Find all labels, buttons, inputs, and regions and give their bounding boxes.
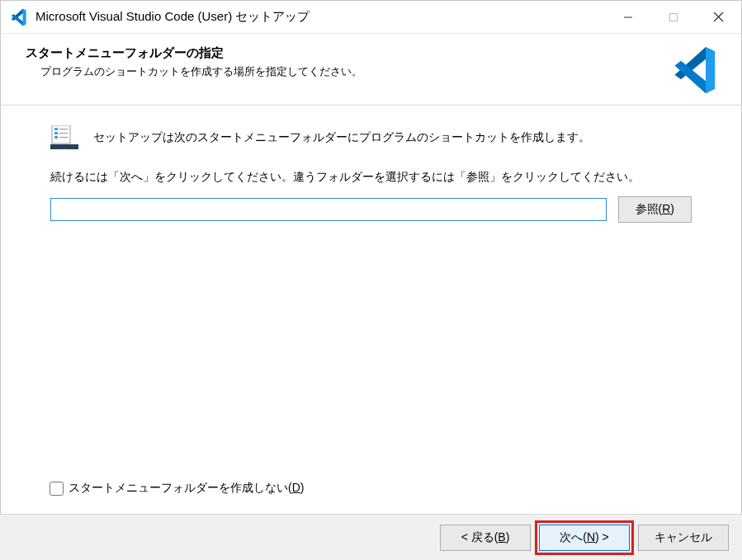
svg-rect-6 — [54, 132, 58, 134]
vscode-logo-icon — [669, 45, 718, 95]
svg-rect-7 — [54, 136, 58, 139]
wizard-body: セットアップは次のスタートメニューフォルダーにプログラムのショートカットを作成し… — [1, 106, 741, 223]
cancel-button[interactable]: キャンセル — [638, 525, 729, 551]
close-button[interactable] — [696, 1, 741, 33]
maximize-button[interactable] — [650, 1, 696, 33]
page-subtitle: プログラムのショートカットを作成する場所を指定してください。 — [40, 64, 669, 79]
info-text: セットアップは次のスタートメニューフォルダーにプログラムのショートカットを作成し… — [93, 130, 590, 145]
next-button[interactable]: 次へ(N) > — [539, 525, 630, 551]
svg-rect-11 — [50, 144, 78, 149]
folder-input[interactable] — [50, 198, 607, 221]
input-row: 参照(R) — [50, 196, 692, 223]
window-title: Microsoft Visual Studio Code (User) セットア… — [35, 9, 605, 25]
app-icon — [9, 8, 27, 26]
page-title: スタートメニューフォルダーの指定 — [26, 45, 669, 61]
info-row: セットアップは次のスタートメニューフォルダーにプログラムのショートカットを作成し… — [50, 125, 692, 150]
wizard-footer: < 戻る(B) 次へ(N) > キャンセル — [0, 514, 742, 560]
wizard-header: スタートメニューフォルダーの指定 プログラムのショートカットを作成する場所を指定… — [1, 34, 741, 106]
svg-rect-5 — [54, 128, 58, 130]
folder-list-icon — [50, 125, 78, 150]
window-controls — [605, 1, 741, 33]
titlebar: Microsoft Visual Studio Code (User) セットア… — [1, 1, 741, 34]
back-button[interactable]: < 戻る(B) — [440, 525, 531, 551]
no-startmenu-checkbox[interactable] — [50, 482, 64, 496]
no-startmenu-checkbox-row[interactable]: スタートメニューフォルダーを作成しない(D) — [50, 481, 304, 496]
continue-text: 続けるには「次へ」をクリックしてください。違うフォルダーを選択するには「参照」を… — [50, 170, 692, 185]
browse-button[interactable]: 参照(R) — [618, 196, 692, 223]
minimize-button[interactable] — [605, 1, 650, 33]
svg-rect-1 — [669, 13, 677, 21]
no-startmenu-label: スタートメニューフォルダーを作成しない(D) — [69, 481, 304, 496]
